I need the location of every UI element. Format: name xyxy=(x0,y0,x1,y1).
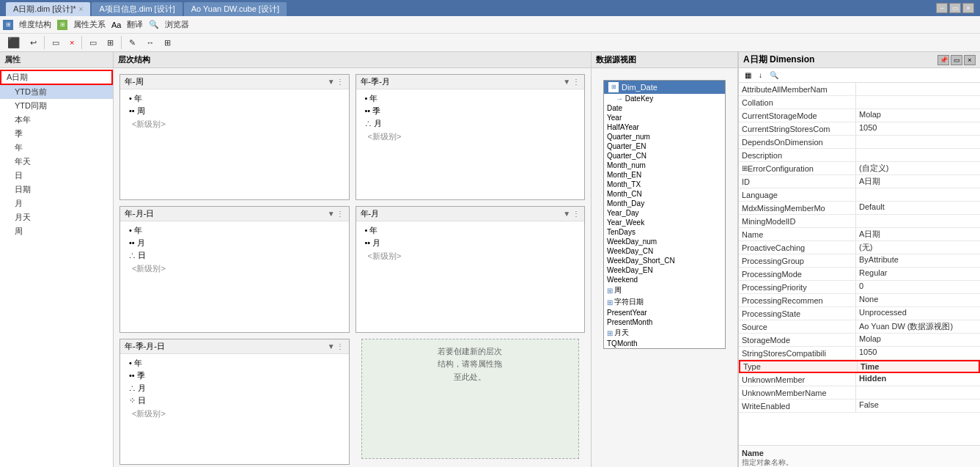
col-quarter-num[interactable]: Quarter_num xyxy=(604,132,725,141)
props-name-error-config[interactable]: ErrorConfiguration xyxy=(739,162,856,174)
attr-item-monthday[interactable]: 月天 xyxy=(0,210,113,224)
col-year-day[interactable]: Year_Day xyxy=(604,208,725,218)
tab-aproject[interactable]: A项目信息.dim [设计] xyxy=(92,2,182,16)
attr-item-yearday[interactable]: 年天 xyxy=(0,155,113,169)
col-year[interactable]: Year xyxy=(604,113,725,122)
hier-ymd-month[interactable]: 月 xyxy=(126,237,343,249)
attr-item-adatetime[interactable]: A日期 xyxy=(0,70,113,85)
col-quarter-en[interactable]: Quarter_EN xyxy=(604,141,725,151)
col-month-tx[interactable]: Month_TX xyxy=(604,180,725,189)
close-icon[interactable]: × xyxy=(79,5,84,13)
props-value-stringcompat[interactable]: 1050 xyxy=(856,347,980,359)
props-value-proactive[interactable]: (无) xyxy=(856,241,980,254)
col-tendays[interactable]: TenDays xyxy=(604,227,725,237)
props-value-type[interactable]: Time xyxy=(858,361,979,372)
browse-button[interactable]: 浏览器 xyxy=(161,18,194,32)
col-month-cn[interactable]: Month_CN xyxy=(604,189,725,199)
close-button[interactable]: × xyxy=(962,3,974,13)
attr-item-month[interactable]: 月 xyxy=(0,196,113,210)
col-halfayear[interactable]: HalfAYear xyxy=(604,122,725,132)
hier-ym-month[interactable]: 月 xyxy=(362,237,579,249)
col-presentmonth[interactable]: PresentMonth xyxy=(604,317,725,327)
props-value-mdx[interactable]: Default xyxy=(856,202,980,214)
props-value-language[interactable] xyxy=(856,188,980,201)
hier-year-week-week[interactable]: 周 xyxy=(126,105,343,117)
col-weekend[interactable]: Weekend xyxy=(604,275,725,284)
col-month-day[interactable]: Month_Day xyxy=(604,199,725,208)
attr-item-date[interactable]: 日期 xyxy=(0,183,113,196)
edit-button[interactable]: ✎ xyxy=(125,37,140,49)
hier-yqm-quarter[interactable]: 季 xyxy=(362,105,579,117)
props-value-source[interactable]: Ao Yuan DW (数据源视图) xyxy=(856,320,980,333)
col-month-en[interactable]: Month_EN xyxy=(604,170,725,180)
props-value-proc-state[interactable]: Unprocessed xyxy=(856,307,980,320)
hier-ymd-new[interactable]: <新级别> xyxy=(126,262,343,276)
props-value-name[interactable]: A日期 xyxy=(856,228,980,240)
attr-item-year[interactable]: 年 xyxy=(0,141,113,155)
col-presentyear[interactable]: PresentYear xyxy=(604,308,725,317)
props-pin-button[interactable]: 📌 xyxy=(937,55,949,65)
col-datekey[interactable]: DateKey xyxy=(604,94,725,103)
props-value-proc-group[interactable]: ByAttribute xyxy=(856,254,980,267)
attribute-relation-button[interactable]: 属性关系 xyxy=(69,18,110,32)
props-search-button[interactable]: 🔍 xyxy=(767,70,781,81)
hier-yqmd-year[interactable]: 年 xyxy=(126,357,343,369)
attr-item-quarter[interactable]: 季 xyxy=(0,127,113,141)
hier-ym-year[interactable]: 年 xyxy=(362,224,579,237)
grid-button[interactable]: ⊞ xyxy=(103,37,118,49)
resize-button[interactable]: ↔ xyxy=(141,37,158,48)
props-value-proc-recommend[interactable]: None xyxy=(856,294,980,306)
hier-ymd-year[interactable]: 年 xyxy=(126,224,343,237)
props-value-error-config[interactable]: (自定义) xyxy=(856,162,980,174)
props-value-allMemberName[interactable] xyxy=(856,83,980,95)
col-weekday-short-cn[interactable]: WeekDay_Short_CN xyxy=(604,256,725,265)
props-value-storage-mode[interactable]: Molap xyxy=(856,109,980,122)
col-weekday-en[interactable]: WeekDay_EN xyxy=(604,265,725,275)
tab-cube[interactable]: Ao Yuan DW.cube [设计] xyxy=(184,2,287,16)
new-button[interactable]: ⬛ xyxy=(3,35,24,50)
undo-button[interactable]: ↩ xyxy=(26,37,41,49)
hier-ymd-day[interactable]: ∴ 日 xyxy=(126,249,343,262)
props-value-storagemode[interactable]: Molap xyxy=(856,334,980,346)
attr-item-ytdcurrent[interactable]: YTD当前 xyxy=(0,85,113,99)
maximize-button[interactable]: ▭ xyxy=(949,3,961,13)
hierarchy-yqmd-dropdown[interactable]: ▼ ⋮ xyxy=(328,342,345,350)
hier-yqmd-day[interactable]: ⁘ 日 xyxy=(126,394,343,407)
minimize-button[interactable]: − xyxy=(936,3,948,13)
props-value-description[interactable] xyxy=(856,149,980,161)
col-date[interactable]: Date xyxy=(604,103,725,113)
col-chardate-icon[interactable]: ⊞ 字符日期 xyxy=(604,296,725,308)
col-year-week[interactable]: Year_Week xyxy=(604,218,725,227)
hierarchy-ymd-dropdown[interactable]: ▼ ⋮ xyxy=(328,210,345,218)
hier-yqmd-month[interactable]: ∴ 月 xyxy=(126,382,343,394)
props-value-collation[interactable] xyxy=(856,96,980,109)
col-monthday-icon[interactable]: ⊞ 月天 xyxy=(604,327,725,339)
col-week-icon[interactable]: ⊞ 周 xyxy=(604,284,725,296)
props-value-mining[interactable] xyxy=(856,215,980,227)
col-weekday-cn[interactable]: WeekDay_CN xyxy=(604,246,725,256)
tab-adimension[interactable]: A日期.dim [设计]* × xyxy=(6,2,90,16)
hier-yqmd-quarter[interactable]: 季 xyxy=(126,369,343,382)
col-tqmonth[interactable]: TQMonth xyxy=(604,339,725,348)
attr-item-thisyear[interactable]: 本年 xyxy=(0,113,113,127)
props-value-depends[interactable] xyxy=(856,136,980,148)
hier-year-week-year[interactable]: 年 xyxy=(126,92,343,105)
props-value-proc-mode[interactable]: Regular xyxy=(856,268,980,280)
attr-item-week[interactable]: 周 xyxy=(0,224,113,238)
hierarchy-yqm-dropdown[interactable]: ▼ ⋮ xyxy=(563,78,580,86)
hierarchy-ym-dropdown[interactable]: ▼ ⋮ xyxy=(563,210,580,218)
col-weekday-num[interactable]: WeekDay_num xyxy=(604,237,725,246)
hier-yqmd-new[interactable]: <新级别> xyxy=(126,407,343,421)
props-value-write-enabled[interactable]: False xyxy=(856,400,980,412)
props-value-string-stores[interactable]: 1050 xyxy=(856,122,980,135)
delete-button[interactable]: × xyxy=(65,37,78,48)
hier-yqm-year[interactable]: 年 xyxy=(362,92,579,105)
hier-year-week-new[interactable]: <新级别> xyxy=(126,117,343,131)
props-value-unknown-member[interactable]: Hidden xyxy=(856,373,980,386)
attr-item-ytdsame[interactable]: YTD同期 xyxy=(0,99,113,113)
props-sort-button[interactable]: ↓ xyxy=(756,70,765,81)
hier-yqm-month[interactable]: ∴ 月 xyxy=(362,117,579,130)
translate-button[interactable]: 翻译 xyxy=(122,18,147,32)
expand-button[interactable]: ▭ xyxy=(85,37,101,49)
hierarchy-year-week-dropdown[interactable]: ▼ ⋮ xyxy=(328,78,345,86)
